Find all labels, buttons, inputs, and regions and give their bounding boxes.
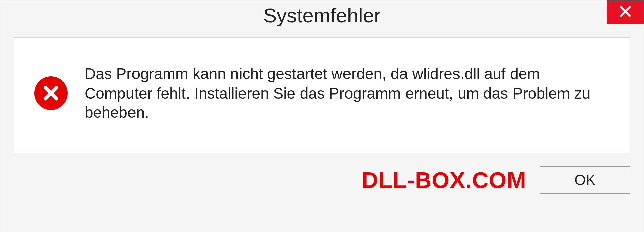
close-icon	[619, 5, 632, 19]
watermark-text: DLL-BOX.COM	[362, 167, 526, 193]
error-icon	[34, 76, 68, 110]
close-button[interactable]	[607, 0, 644, 24]
title-bar: Systemfehler	[0, 0, 644, 31]
error-message: Das Programm kann nicht gestartet werden…	[85, 64, 610, 122]
error-dialog: Systemfehler Das Programm kann nicht ges…	[0, 0, 644, 232]
ok-button[interactable]: OK	[540, 166, 630, 194]
content-area: Das Programm kann nicht gestartet werden…	[14, 37, 630, 153]
bottom-bar: DLL-BOX.COM OK	[0, 163, 644, 204]
dialog-title: Systemfehler	[263, 4, 381, 27]
